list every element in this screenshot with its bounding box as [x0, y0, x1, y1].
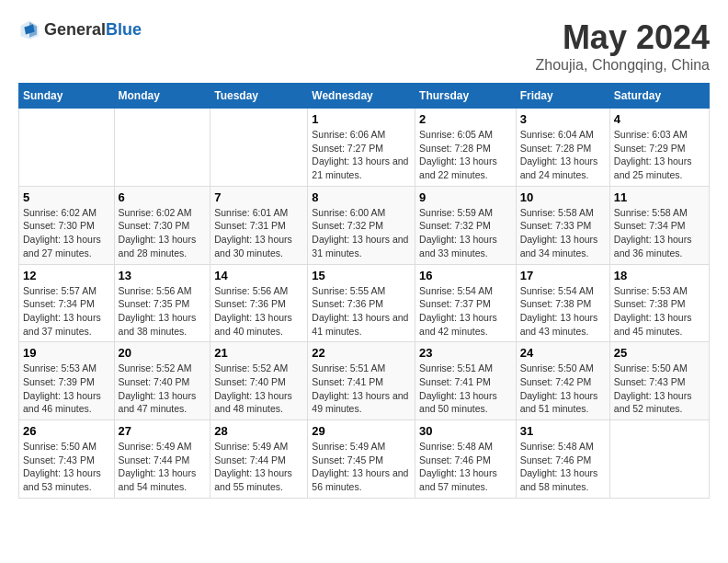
day-number: 3 — [520, 112, 606, 126]
day-info: Sunrise: 6:06 AM Sunset: 7:27 PM Dayligh… — [312, 128, 411, 182]
day-info: Sunrise: 5:48 AM Sunset: 7:46 PM Dayligh… — [520, 440, 606, 494]
day-info: Sunrise: 5:59 AM Sunset: 7:32 PM Dayligh… — [419, 206, 512, 260]
calendar-cell: 22Sunrise: 5:51 AM Sunset: 7:41 PM Dayli… — [308, 342, 415, 420]
day-info: Sunrise: 6:04 AM Sunset: 7:28 PM Dayligh… — [520, 128, 606, 182]
day-info: Sunrise: 5:54 AM Sunset: 7:37 PM Dayligh… — [419, 284, 512, 339]
calendar-header: SundayMondayTuesdayWednesdayThursdayFrid… — [19, 84, 710, 109]
header: GeneralBlue May 2024 Zhoujia, Chongqing,… — [18, 18, 710, 74]
day-info: Sunrise: 5:50 AM Sunset: 7:43 PM Dayligh… — [614, 362, 705, 416]
calendar-cell: 1Sunrise: 6:06 AM Sunset: 7:27 PM Daylig… — [308, 109, 415, 187]
day-info: Sunrise: 6:05 AM Sunset: 7:28 PM Dayligh… — [419, 128, 512, 182]
day-number: 11 — [614, 190, 705, 204]
day-number: 24 — [520, 346, 606, 360]
day-number: 15 — [312, 269, 411, 282]
calendar-cell: 31Sunrise: 5:48 AM Sunset: 7:46 PM Dayli… — [516, 420, 609, 499]
day-info: Sunrise: 5:49 AM Sunset: 7:45 PM Dayligh… — [312, 440, 411, 494]
calendar-cell: 3Sunrise: 6:04 AM Sunset: 7:28 PM Daylig… — [516, 109, 609, 187]
day-of-week-header: Monday — [114, 84, 210, 109]
day-number: 19 — [23, 346, 110, 360]
calendar-cell — [609, 420, 709, 499]
day-number: 2 — [419, 112, 512, 126]
title-area: May 2024 Zhoujia, Chongqing, China — [536, 18, 710, 74]
calendar-table: SundayMondayTuesdayWednesdayThursdayFrid… — [18, 83, 710, 499]
day-number: 16 — [419, 269, 512, 282]
calendar-cell: 14Sunrise: 5:56 AM Sunset: 7:36 PM Dayli… — [210, 264, 308, 342]
calendar-cell: 10Sunrise: 5:58 AM Sunset: 7:33 PM Dayli… — [516, 186, 609, 264]
calendar-cell: 12Sunrise: 5:57 AM Sunset: 7:34 PM Dayli… — [19, 264, 115, 342]
day-info: Sunrise: 5:49 AM Sunset: 7:44 PM Dayligh… — [214, 440, 303, 494]
calendar-cell: 4Sunrise: 6:03 AM Sunset: 7:29 PM Daylig… — [609, 109, 709, 187]
calendar-cell: 24Sunrise: 5:50 AM Sunset: 7:42 PM Dayli… — [516, 342, 609, 420]
day-number: 28 — [214, 424, 303, 438]
calendar-cell: 21Sunrise: 5:52 AM Sunset: 7:40 PM Dayli… — [210, 342, 308, 420]
calendar-cell: 11Sunrise: 5:58 AM Sunset: 7:34 PM Dayli… — [609, 186, 709, 264]
day-number: 7 — [214, 190, 303, 204]
calendar-week-row: 12Sunrise: 5:57 AM Sunset: 7:34 PM Dayli… — [19, 264, 710, 342]
day-number: 13 — [119, 269, 207, 282]
calendar-cell: 6Sunrise: 6:02 AM Sunset: 7:30 PM Daylig… — [114, 186, 210, 264]
calendar-week-row: 5Sunrise: 6:02 AM Sunset: 7:30 PM Daylig… — [19, 186, 710, 264]
day-info: Sunrise: 5:57 AM Sunset: 7:34 PM Dayligh… — [23, 284, 110, 339]
calendar-cell: 9Sunrise: 5:59 AM Sunset: 7:32 PM Daylig… — [415, 186, 517, 264]
calendar-cell: 20Sunrise: 5:52 AM Sunset: 7:40 PM Dayli… — [114, 342, 210, 420]
day-of-week-header: Tuesday — [210, 84, 308, 109]
calendar-cell: 29Sunrise: 5:49 AM Sunset: 7:45 PM Dayli… — [308, 420, 415, 499]
calendar-cell: 30Sunrise: 5:48 AM Sunset: 7:46 PM Dayli… — [415, 420, 517, 499]
calendar-cell: 19Sunrise: 5:53 AM Sunset: 7:39 PM Dayli… — [19, 342, 115, 420]
day-number: 26 — [23, 424, 110, 438]
day-info: Sunrise: 5:54 AM Sunset: 7:38 PM Dayligh… — [520, 284, 606, 339]
calendar-cell: 8Sunrise: 6:00 AM Sunset: 7:32 PM Daylig… — [308, 186, 415, 264]
calendar-cell — [114, 109, 210, 187]
calendar-subtitle: Zhoujia, Chongqing, China — [536, 57, 710, 74]
day-number: 1 — [312, 112, 411, 126]
day-of-week-header: Sunday — [19, 84, 115, 109]
calendar-cell — [19, 109, 115, 187]
day-number: 12 — [23, 269, 110, 282]
calendar-cell: 15Sunrise: 5:55 AM Sunset: 7:36 PM Dayli… — [308, 264, 415, 342]
day-info: Sunrise: 5:52 AM Sunset: 7:40 PM Dayligh… — [119, 362, 207, 416]
day-info: Sunrise: 5:50 AM Sunset: 7:42 PM Dayligh… — [520, 362, 606, 416]
day-number: 22 — [312, 346, 411, 360]
calendar-cell: 23Sunrise: 5:51 AM Sunset: 7:41 PM Dayli… — [415, 342, 517, 420]
day-number: 29 — [312, 424, 411, 438]
day-number: 20 — [119, 346, 207, 360]
calendar-cell: 26Sunrise: 5:50 AM Sunset: 7:43 PM Dayli… — [19, 420, 115, 499]
day-number: 8 — [312, 190, 411, 204]
day-info: Sunrise: 5:58 AM Sunset: 7:34 PM Dayligh… — [614, 206, 705, 260]
day-number: 30 — [419, 424, 512, 438]
day-number: 27 — [119, 424, 207, 438]
day-info: Sunrise: 6:02 AM Sunset: 7:30 PM Dayligh… — [23, 206, 110, 260]
day-number: 10 — [520, 190, 606, 204]
day-info: Sunrise: 5:48 AM Sunset: 7:46 PM Dayligh… — [419, 440, 512, 494]
day-info: Sunrise: 6:03 AM Sunset: 7:29 PM Dayligh… — [614, 128, 705, 182]
day-number: 23 — [419, 346, 512, 360]
day-info: Sunrise: 6:02 AM Sunset: 7:30 PM Dayligh… — [119, 206, 207, 260]
calendar-cell: 7Sunrise: 6:01 AM Sunset: 7:31 PM Daylig… — [210, 186, 308, 264]
calendar-week-row: 26Sunrise: 5:50 AM Sunset: 7:43 PM Dayli… — [19, 420, 710, 499]
day-of-week-header: Wednesday — [308, 84, 415, 109]
calendar-cell: 16Sunrise: 5:54 AM Sunset: 7:37 PM Dayli… — [415, 264, 517, 342]
calendar-cell: 2Sunrise: 6:05 AM Sunset: 7:28 PM Daylig… — [415, 109, 517, 187]
day-number: 6 — [119, 190, 207, 204]
day-number: 18 — [614, 269, 705, 282]
day-number: 17 — [520, 269, 606, 282]
logo: GeneralBlue — [18, 18, 142, 40]
day-info: Sunrise: 5:51 AM Sunset: 7:41 PM Dayligh… — [419, 362, 512, 416]
day-number: 5 — [23, 190, 110, 204]
day-info: Sunrise: 5:51 AM Sunset: 7:41 PM Dayligh… — [312, 362, 411, 416]
calendar-cell: 18Sunrise: 5:53 AM Sunset: 7:38 PM Dayli… — [609, 264, 709, 342]
day-info: Sunrise: 5:56 AM Sunset: 7:36 PM Dayligh… — [214, 284, 303, 339]
calendar-week-row: 19Sunrise: 5:53 AM Sunset: 7:39 PM Dayli… — [19, 342, 710, 420]
logo-general-text: GeneralBlue — [44, 20, 142, 40]
logo-icon — [18, 18, 40, 40]
day-number: 31 — [520, 424, 606, 438]
calendar-week-row: 1Sunrise: 6:06 AM Sunset: 7:27 PM Daylig… — [19, 109, 710, 187]
calendar-cell: 5Sunrise: 6:02 AM Sunset: 7:30 PM Daylig… — [19, 186, 115, 264]
day-info: Sunrise: 5:52 AM Sunset: 7:40 PM Dayligh… — [214, 362, 303, 416]
calendar-title: May 2024 — [536, 18, 710, 57]
day-number: 14 — [214, 269, 303, 282]
calendar-cell: 28Sunrise: 5:49 AM Sunset: 7:44 PM Dayli… — [210, 420, 308, 499]
day-info: Sunrise: 5:58 AM Sunset: 7:33 PM Dayligh… — [520, 206, 606, 260]
day-number: 21 — [214, 346, 303, 360]
calendar-cell: 25Sunrise: 5:50 AM Sunset: 7:43 PM Dayli… — [609, 342, 709, 420]
